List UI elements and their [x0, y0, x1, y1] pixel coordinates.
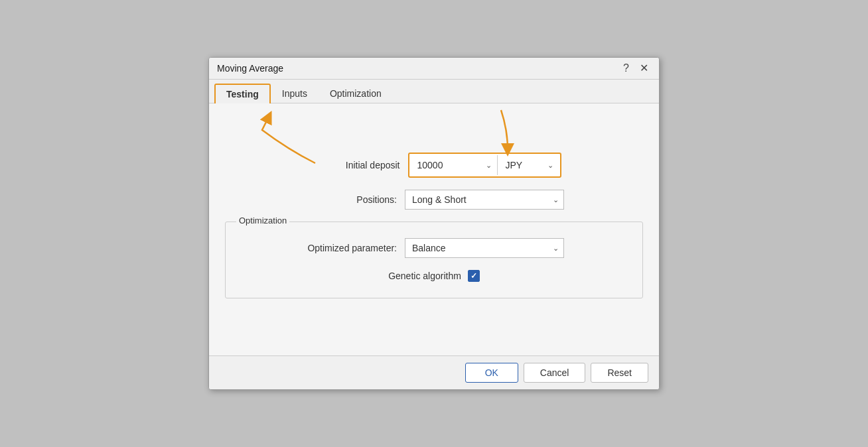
help-button[interactable]: ? — [620, 63, 632, 74]
positions-select[interactable]: Long & Short Long only Short only — [405, 190, 564, 210]
cancel-button[interactable]: Cancel — [524, 363, 586, 383]
ok-button[interactable]: OK — [465, 363, 518, 383]
optimized-param-wrapper: Balance Profit Factor Expected Payoff Dr… — [405, 238, 564, 258]
content-area: Initial deposit 10000 5000 20000 50000 ⌄… — [209, 103, 659, 355]
positions-row: Positions: Long & Short Long only Short … — [222, 190, 646, 210]
footer: OK Cancel Reset — [209, 355, 659, 389]
currency-select[interactable]: JPY USD EUR GBP — [499, 155, 559, 175]
dialog-title: Moving Average — [217, 63, 283, 74]
tab-inputs[interactable]: Inputs — [271, 84, 319, 103]
optimized-param-row: Optimized parameter: Balance Profit Fact… — [239, 238, 629, 258]
genetic-algorithm-row: Genetic algorithm — [239, 270, 629, 282]
genetic-algo-label: Genetic algorithm — [388, 271, 461, 281]
close-button[interactable]: ✕ — [637, 63, 651, 74]
title-controls: ? ✕ — [620, 63, 651, 74]
currency-wrapper: JPY USD EUR GBP ⌄ — [499, 155, 559, 175]
tab-testing[interactable]: Testing — [214, 84, 271, 103]
optimization-legend: Optimization — [236, 216, 289, 225]
optimization-group: Optimization Optimized parameter: Balanc… — [225, 222, 643, 298]
deposit-group: 10000 5000 20000 50000 ⌄ JPY USD EUR GBP… — [408, 153, 561, 178]
initial-deposit-label: Initial deposit — [307, 160, 400, 170]
genetic-algo-checkbox[interactable] — [468, 270, 480, 282]
deposit-amount-wrapper: 10000 5000 20000 50000 ⌄ — [411, 155, 498, 175]
positions-label: Positions: — [304, 194, 397, 205]
reset-button[interactable]: Reset — [591, 363, 648, 383]
optimized-param-select[interactable]: Balance Profit Factor Expected Payoff Dr… — [405, 238, 564, 258]
title-bar: Moving Average ? ✕ — [209, 58, 659, 80]
tab-optimization[interactable]: Optimization — [319, 84, 393, 103]
optimized-param-label: Optimized parameter: — [304, 243, 397, 253]
positions-wrapper: Long & Short Long only Short only ⌄ — [405, 190, 564, 210]
initial-deposit-row: Initial deposit 10000 5000 20000 50000 ⌄… — [222, 153, 646, 178]
deposit-amount-select[interactable]: 10000 5000 20000 50000 — [411, 155, 497, 175]
dialog: Moving Average ? ✕ Testing Inputs Optimi… — [208, 57, 660, 390]
tabs-bar: Testing Inputs Optimization — [209, 80, 659, 103]
